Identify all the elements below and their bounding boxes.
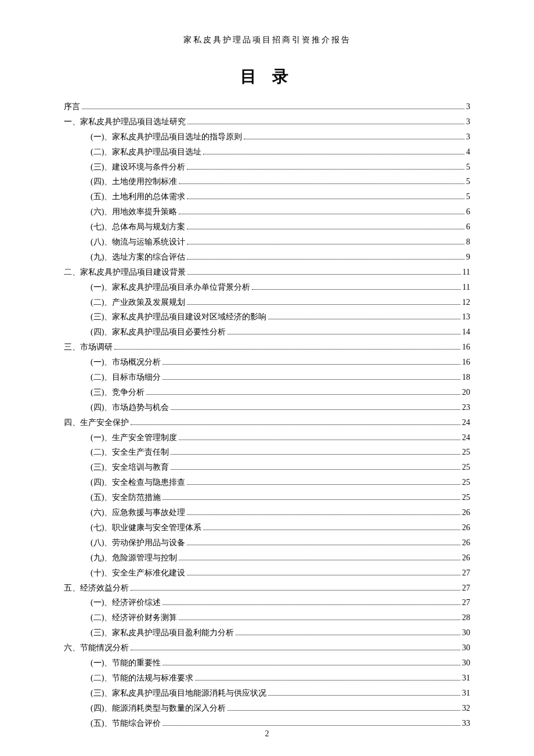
toc-entry: (四)、家私皮具护理品项目必要性分析14 (64, 325, 470, 340)
toc-entry-page: 26 (462, 505, 470, 520)
toc-entry-label: (七)、总体布局与规划方案 (91, 219, 185, 235)
toc-entry: (四)、市场趋势与机会23 (64, 400, 470, 415)
toc-leader-dots (228, 710, 460, 711)
toc-leader-dots (187, 484, 460, 485)
toc-entry-label: (二)、产业政策及发展规划 (91, 295, 185, 310)
toc-entry-label: 六、节能情况分析 (64, 640, 129, 656)
toc-entry: (二)、节能的法规与标准要求31 (64, 671, 470, 686)
toc-entry-label: (四)、土地使用控制标准 (91, 174, 177, 189)
toc-entry: 序言3 (64, 99, 470, 114)
toc-entry-page: 31 (462, 686, 470, 701)
toc-entry-page: 24 (462, 415, 470, 430)
toc-entry-label: (五)、安全防范措施 (91, 490, 161, 505)
toc-leader-dots (179, 620, 460, 620)
toc-leader-dots (163, 604, 460, 605)
toc-entry-label: (十)、安全生产标准化建设 (91, 566, 185, 581)
toc-entry-page: 5 (466, 160, 470, 175)
toc-entry-label: (三)、家私皮具护理品项目地能源消耗与供应状况 (91, 686, 266, 701)
toc-leader-dots (187, 514, 460, 515)
toc-entry-page: 3 (466, 99, 470, 114)
toc-entry-label: (二)、安全生产责任制 (91, 445, 169, 460)
toc-entry-page: 11 (463, 280, 470, 295)
toc-entry-label: (三)、家私皮具护理品项目建设对区域经济的影响 (91, 309, 266, 325)
toc-entry-label: (八)、物流与运输系统设计 (91, 235, 185, 250)
toc-entry-label: (五)、节能综合评价 (91, 716, 161, 731)
toc-entry-page: 32 (462, 701, 470, 716)
toc-leader-dots (187, 124, 464, 124)
toc-entry-label: (二)、目标市场细分 (91, 370, 161, 385)
toc-entry-page: 3 (466, 129, 470, 145)
toc-entry: (一)、家私皮具护理品项目承办单位背景分析11 (64, 280, 470, 295)
toc-entry-page: 6 (466, 219, 470, 235)
toc-entry-page: 14 (462, 325, 470, 340)
toc-entry: 六、节能情况分析30 (64, 640, 470, 656)
toc-entry: 五、经济效益分析27 (64, 581, 470, 596)
toc-entry-page: 23 (462, 400, 470, 415)
toc-leader-dots (187, 169, 464, 170)
toc-leader-dots (163, 379, 460, 380)
toc-leader-dots (82, 109, 464, 109)
toc-entry-label: 五、经济效益分析 (64, 581, 129, 596)
toc-entry-label: (二)、节能的法规与标准要求 (91, 671, 193, 686)
toc-leader-dots (163, 725, 460, 726)
toc-entry-page: 25 (462, 490, 470, 505)
toc-entry-page: 30 (462, 640, 470, 656)
toc-leader-dots (171, 454, 460, 455)
toc-entry-label: (八)、劳动保护用品与设备 (91, 535, 185, 550)
toc-leader-dots (268, 319, 460, 319)
toc-leader-dots (236, 635, 460, 635)
toc-entry-label: (九)、危险源管理与控制 (91, 550, 177, 566)
toc-entry-page: 27 (462, 595, 470, 610)
toc-entry: (三)、家私皮具护理品项目建设对区域经济的影响13 (64, 309, 470, 325)
toc-entry-label: (一)、生产安全管理制度 (91, 430, 177, 445)
toc-entry: (四)、安全检查与隐患排查25 (64, 475, 470, 490)
toc-entry: (三)、安全培训与教育25 (64, 460, 470, 475)
toc-leader-dots (163, 665, 460, 665)
toc-entry: 四、生产安全保护24 (64, 415, 470, 430)
toc-leader-dots (195, 680, 460, 681)
toc-entry-page: 25 (462, 460, 470, 475)
toc-leader-dots (203, 530, 460, 530)
toc-entry-page: 26 (462, 535, 470, 550)
toc-entry: (四)、土地使用控制标准5 (64, 174, 470, 189)
toc-leader-dots (187, 199, 464, 199)
toc-entry-page: 6 (466, 204, 470, 219)
toc-leader-dots (203, 154, 464, 154)
toc-leader-dots (146, 394, 460, 395)
toc-leader-dots (171, 409, 460, 410)
toc-entry-page: 20 (462, 385, 470, 400)
toc-leader-dots (187, 259, 464, 260)
toc-leader-dots (228, 334, 460, 334)
toc-entry-label: (二)、家私皮具护理品项目选址 (91, 145, 201, 160)
toc-entry: (一)、节能的重要性30 (64, 656, 470, 671)
toc-entry: (一)、家私皮具护理品项目选址的指导原则3 (64, 129, 470, 145)
toc-entry-page: 4 (466, 145, 470, 160)
toc-leader-dots (244, 139, 464, 139)
toc-entry-label: (三)、安全培训与教育 (91, 460, 169, 475)
toc-entry: (六)、应急救援与事故处理26 (64, 505, 470, 520)
toc-leader-dots (171, 469, 460, 470)
toc-entry: 二、家私皮具护理品项目建设背景11 (64, 265, 470, 280)
toc-entry-label: (一)、家私皮具护理品项目承办单位背景分析 (91, 280, 250, 295)
toc-leader-dots (187, 575, 460, 575)
toc-entry-label: (二)、经济评价财务测算 (91, 610, 177, 625)
toc-entry: (一)、经济评价综述27 (64, 595, 470, 610)
toc-leader-dots (131, 424, 460, 425)
toc-title: 目 录 (64, 66, 470, 88)
toc-entry: (二)、产业政策及发展规划12 (64, 295, 470, 310)
toc-entry-label: (一)、经济评价综述 (91, 595, 161, 610)
toc-entry-label: (七)、职业健康与安全管理体系 (91, 520, 201, 535)
toc-leader-dots (187, 244, 464, 244)
toc-entry-label: (一)、家私皮具护理品项目选址的指导原则 (91, 129, 242, 145)
toc-leader-dots (163, 499, 460, 500)
toc-leader-dots (268, 695, 460, 696)
toc-entry: (六)、用地效率提升策略6 (64, 204, 470, 219)
toc-entry: (四)、能源消耗类型与数量的深入分析32 (64, 701, 470, 716)
toc-entry: (八)、劳动保护用品与设备26 (64, 535, 470, 550)
toc-entry: (三)、建设环境与条件分析5 (64, 160, 470, 175)
toc-entry: (三)、家私皮具护理品项目地能源消耗与供应状况31 (64, 686, 470, 701)
toc-entry-page: 9 (466, 250, 470, 265)
toc-entry-page: 26 (462, 520, 470, 535)
toc-entry-page: 30 (462, 656, 470, 671)
toc-entry: (二)、安全生产责任制25 (64, 445, 470, 460)
